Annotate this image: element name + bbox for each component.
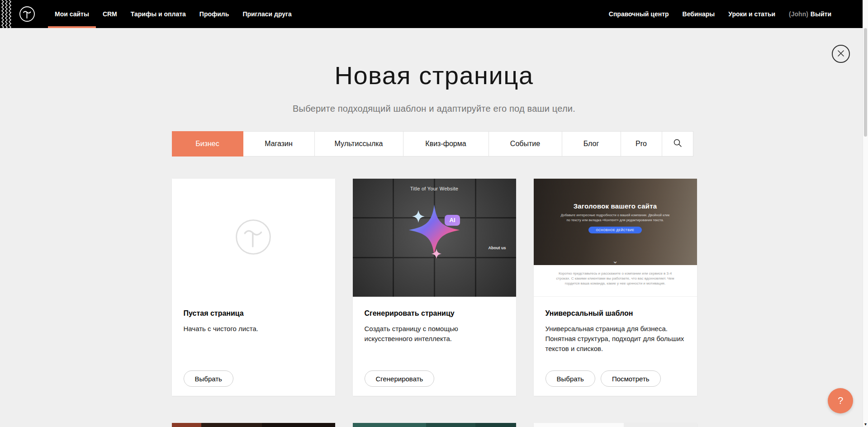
nav-tariffs[interactable]: Тарифы и оплата [124,0,193,28]
scrollbar-thumb[interactable] [864,28,867,137]
nav-logout[interactable]: (John) Выйти [782,0,838,28]
nav-help-center[interactable]: Справочный центр [602,0,676,28]
new-page-dialog: Новая страница Выберите подходящий шабло… [0,61,868,427]
scrollbar-down-arrow-icon[interactable]: ▾ [863,422,868,427]
template-category-tabs: Бизнес Магазин Мультиссылка Квиз-форма С… [172,131,697,157]
nav-webinars[interactable]: Вебинары [676,0,722,28]
blank-page-preview [172,179,335,297]
card-title: Универсальный шаблон [545,309,685,318]
tab-blog[interactable]: Блог [562,131,621,157]
template-card-partial-2[interactable] [353,423,516,427]
page-title: Новая страница [0,61,868,90]
tilda-watermark-icon [234,218,272,258]
tab-shop[interactable]: Магазин [243,131,315,157]
template-card-partial-1[interactable] [172,423,335,427]
template-card-blank: Пустая страница Начать с чистого листа. … [172,179,335,396]
nav-invite-friend[interactable]: Пригласи друга [236,0,298,28]
preview-body: Коротко представьтесь и расскажите о ком… [534,265,697,297]
preview-heading: Заголовок вашего сайта [534,202,697,210]
nav-lessons[interactable]: Уроки и статьи [721,0,782,28]
partial-preview [534,423,697,427]
preview-body-text: Коротко представьтесь и расскажите о ком… [556,271,674,286]
card-description: Создать страницу с помощью искусственног… [365,324,504,344]
top-nav: Мои сайты CRM Тарифы и оплата Профиль Пр… [0,0,868,28]
nav-my-sites[interactable]: Мои сайты [48,0,96,28]
help-button[interactable]: ? [828,388,853,413]
universal-template-preview: Заголовок вашего сайта Добавьте интересн… [534,179,697,297]
card-title: Пустая страница [184,309,323,318]
tab-multilink[interactable]: Мультиссылка [314,131,403,157]
ai-badge: AI [445,215,460,226]
search-tab[interactable] [662,131,693,157]
card-title: Сгенерировать страницу [365,309,504,318]
page-subtitle: Выберите подходящий шаблон и адаптируйте… [0,104,868,114]
logout-label: Выйти [811,10,831,18]
chevron-down-icon: ⌄ [534,257,697,264]
card-description: Начать с чистого листа. [184,324,323,334]
generate-button[interactable]: Сгенерировать [365,370,435,387]
tab-pro[interactable]: Pro [621,131,662,157]
primary-nav: Мои сайты CRM Тарифы и оплата Профиль Пр… [48,0,299,28]
nav-crm[interactable]: CRM [96,0,124,28]
view-universal-button[interactable]: Посмотреть [601,370,661,387]
tab-event[interactable]: Событие [489,131,562,157]
preview-cover: Заголовок вашего сайта Добавьте интересн… [534,179,697,265]
template-card-universal: Заголовок вашего сайта Добавьте интересн… [534,179,697,396]
partial-preview [353,423,516,427]
choose-universal-button[interactable]: Выбрать [545,370,595,387]
template-card-ai-generate: Title of Your Website About us [353,179,516,396]
choose-blank-button[interactable]: Выбрать [184,370,233,387]
ai-generate-preview: Title of Your Website About us [353,179,516,297]
user-name: (John) [789,10,808,18]
collage-preview-title: Title of Your Website [353,186,516,191]
search-icon [673,138,682,149]
partial-preview [172,423,335,427]
ai-sparkle-icon [400,201,468,271]
card-description: Универсальная страница для бизнеса. Поня… [545,324,685,353]
preview-subtext: Добавьте интересные подробности о вашей … [559,213,672,223]
close-icon [837,50,844,58]
scrollbar[interactable]: ▾ [863,0,868,427]
preview-cta-button: Основное действие [588,227,641,233]
template-cards-grid: Пустая страница Начать с чистого листа. … [172,179,697,427]
nav-profile[interactable]: Профиль [193,0,236,28]
template-card-partial-3[interactable] [534,423,697,427]
tab-business[interactable]: Бизнес [172,131,243,157]
zigzag-pattern-decoration [0,0,12,28]
close-button[interactable] [832,45,850,63]
secondary-nav: Справочный центр Вебинары Уроки и статьи… [602,0,838,28]
tilda-logo[interactable] [19,0,35,28]
tab-quiz-form[interactable]: Квиз-форма [403,131,489,157]
collage-about-label: About us [489,246,506,250]
